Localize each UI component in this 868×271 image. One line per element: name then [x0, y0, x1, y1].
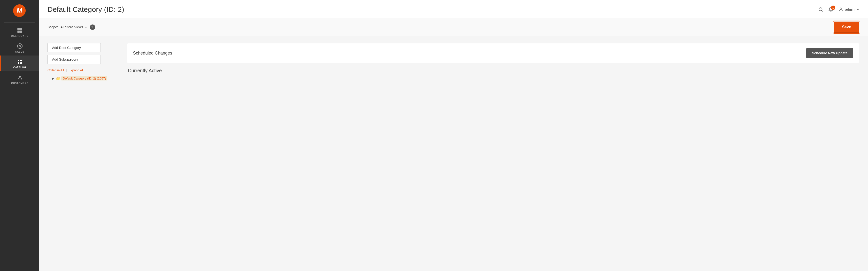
- notification-badge: 1: [831, 6, 835, 10]
- add-subcategory-button[interactable]: Add Subcategory: [48, 55, 101, 64]
- scheduled-changes-title: Scheduled Changes: [133, 51, 172, 56]
- sidebar-item-catalog[interactable]: CATALOG: [0, 56, 39, 71]
- scope-label: Scope:: [48, 25, 58, 29]
- top-header: Default Category (ID: 2) 1: [39, 0, 868, 18]
- svg-rect-7: [20, 60, 22, 61]
- svg-line-12: [822, 10, 823, 12]
- svg-rect-0: [18, 28, 20, 30]
- scope-value: All Store Views: [61, 25, 83, 29]
- scope-bar: Scope: All Store Views ? Save: [39, 18, 868, 36]
- svg-point-10: [19, 76, 21, 78]
- sidebar-item-sales-label: SALES: [15, 51, 24, 53]
- schedule-new-update-button[interactable]: Schedule New Update: [806, 48, 853, 58]
- sidebar-item-dashboard[interactable]: DASHBOARD: [0, 24, 39, 40]
- svg-rect-3: [20, 31, 22, 33]
- user-menu-button[interactable]: admin: [838, 7, 859, 12]
- notification-button[interactable]: 1: [828, 7, 834, 12]
- dashboard-icon: [17, 27, 23, 34]
- tree-link-separator: |: [66, 68, 67, 72]
- svg-rect-1: [20, 28, 22, 30]
- user-name-label: admin: [845, 7, 855, 11]
- sidebar: M DASHBOARD $ SALES: [0, 0, 39, 271]
- sidebar-item-catalog-label: CATALOG: [13, 66, 26, 69]
- expand-all-link[interactable]: Expand All: [68, 68, 83, 72]
- tree-item-label[interactable]: Default Category (ID: 2) (2057): [61, 77, 107, 81]
- customers-icon: [17, 74, 23, 81]
- svg-text:$: $: [19, 44, 21, 48]
- search-button[interactable]: [818, 7, 824, 12]
- sales-icon: $: [17, 43, 23, 50]
- left-panel: Add Root Category Add Subcategory Collap…: [48, 43, 120, 264]
- sidebar-item-customers[interactable]: CUSTOMERS: [0, 71, 39, 87]
- sidebar-item-customers-label: CUSTOMERS: [11, 82, 28, 85]
- currently-active-section: Currently Active: [127, 68, 859, 73]
- svg-rect-2: [18, 31, 20, 33]
- chevron-down-icon: [857, 8, 859, 11]
- folder-icon: 📁: [56, 77, 60, 81]
- tree-item: ▶ 📁 Default Category (ID: 2) (2057): [48, 77, 120, 81]
- add-root-category-button[interactable]: Add Root Category: [48, 43, 101, 52]
- sidebar-item-dashboard-label: DASHBOARD: [11, 35, 28, 37]
- svg-rect-9: [20, 62, 22, 64]
- currently-active-title: Currently Active: [127, 65, 162, 73]
- logo-letter: M: [17, 7, 22, 14]
- scope-help-button[interactable]: ?: [90, 25, 95, 30]
- svg-point-13: [840, 8, 842, 9]
- save-button[interactable]: Save: [834, 22, 859, 33]
- sidebar-nav: DASHBOARD $ SALES CATALOG: [0, 24, 39, 87]
- page-title: Default Category (ID: 2): [48, 5, 124, 13]
- collapse-all-link[interactable]: Collapse All: [48, 68, 64, 72]
- scope-chevron-icon: [85, 26, 87, 29]
- right-panel: Scheduled Changes Schedule New Update Cu…: [127, 43, 859, 264]
- scope-select-dropdown[interactable]: All Store Views: [61, 25, 87, 29]
- scheduled-changes-box: Scheduled Changes Schedule New Update: [127, 43, 859, 63]
- main-content: Default Category (ID: 2) 1: [39, 0, 868, 271]
- user-avatar-icon: [838, 7, 843, 12]
- search-icon: [818, 7, 824, 12]
- logo-icon: M: [13, 4, 26, 17]
- svg-rect-6: [18, 60, 20, 61]
- sidebar-logo: M: [0, 0, 39, 21]
- sidebar-item-sales[interactable]: $ SALES: [0, 40, 39, 56]
- tree-links: Collapse All | Expand All: [48, 68, 120, 72]
- header-actions: 1 admin: [818, 7, 859, 12]
- svg-rect-8: [18, 62, 20, 64]
- catalog-icon: [17, 58, 23, 65]
- content-area: Add Root Category Add Subcategory Collap…: [39, 36, 868, 271]
- tree-toggle-icon[interactable]: ▶: [51, 77, 55, 80]
- scope-left: Scope: All Store Views ?: [48, 25, 95, 30]
